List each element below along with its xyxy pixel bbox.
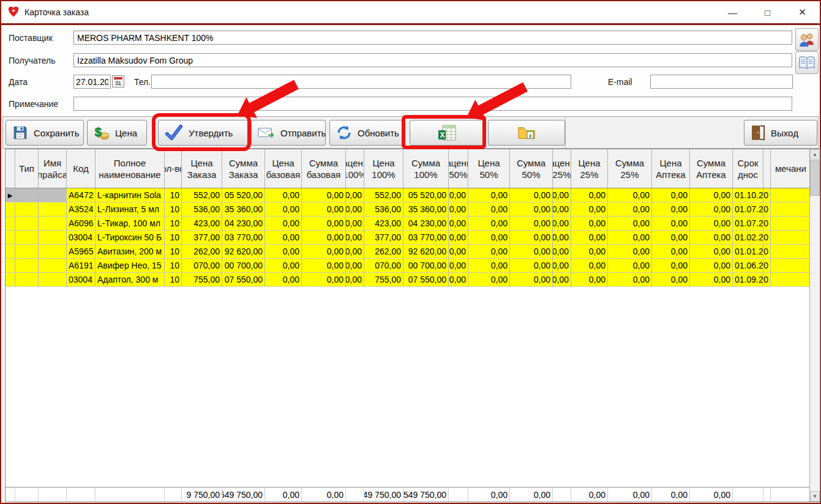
cell-summa-bazovaya[interactable]: 0,00	[302, 217, 346, 231]
cell-cena-zakaza[interactable]: 536,00	[182, 202, 222, 217]
cell-tip[interactable]	[15, 231, 39, 245]
minimize-button[interactable]: —	[715, 1, 750, 23]
cell-cena-apteka[interactable]: 0,00	[652, 245, 690, 259]
vertical-scrollbar[interactable]: ▲ ▼	[809, 149, 820, 502]
cell-nacenka-100[interactable]: 0,00	[346, 217, 364, 231]
cell-kod[interactable]: A6191	[67, 259, 96, 273]
column-header-cena-apteka[interactable]: ЦенаАптека	[652, 149, 690, 188]
table-row[interactable]: ▶A6472L-карнитин Sola10552,0005 520,000,…	[6, 188, 809, 202]
cell-nacenka-25[interactable]: 0,00	[553, 273, 571, 287]
cell-srok-godnosti[interactable]: 01.07.2	[733, 202, 763, 217]
cell-summa-apteka[interactable]: 0,00	[690, 259, 733, 273]
cell-cena-50[interactable]: 0,00	[468, 259, 510, 273]
cell-primechanie[interactable]	[771, 273, 809, 287]
close-button[interactable]: ✕	[785, 1, 820, 23]
cell-nacenka-50[interactable]: 0,00	[449, 259, 468, 273]
cell-nacenka-50[interactable]: 0,00	[449, 188, 468, 202]
column-header-cena-25[interactable]: Цена25%	[571, 149, 608, 188]
table-row[interactable]: 03004L-Тироксин 50 Б10377,0003 770,000,0…	[6, 231, 809, 245]
cell-nacenka-50[interactable]: 0,00	[449, 245, 468, 259]
cell-cena-25[interactable]: 0,00	[571, 202, 608, 217]
cell-summa-100[interactable]: 00 700,00	[403, 259, 449, 273]
cell-naimenovanie[interactable]: L-Тироксин 50 Б	[96, 231, 165, 245]
cell-summa-50[interactable]: 0,00	[510, 273, 553, 287]
cell-summa-50[interactable]: 0,00	[510, 231, 553, 245]
cell-cena-100[interactable]: 536,00	[364, 202, 403, 217]
cell-summa-25[interactable]: 0,00	[608, 273, 652, 287]
row-indicator[interactable]	[6, 259, 15, 273]
email-input[interactable]	[650, 75, 793, 89]
exit-button[interactable]: Выход	[744, 120, 817, 146]
cell-cena-50[interactable]: 0,00	[468, 202, 510, 217]
cell-col-x[interactable]: 0	[763, 202, 771, 217]
row-indicator[interactable]: ▶	[6, 188, 15, 202]
cell-nacenka-50[interactable]: 0,00	[449, 217, 468, 231]
cell-cena-25[interactable]: 0,00	[571, 231, 608, 245]
cell-srok-godnosti[interactable]: 01.06.2	[733, 259, 763, 273]
export-excel-button[interactable]: X	[410, 120, 484, 146]
cell-kod[interactable]: A3524	[67, 202, 96, 217]
cell-imya-praisa[interactable]	[39, 188, 67, 202]
cell-summa-25[interactable]: 0,00	[608, 202, 652, 217]
cell-primechanie[interactable]	[771, 202, 809, 217]
supplier-input[interactable]	[73, 31, 792, 45]
cell-summa-50[interactable]: 0,00	[510, 202, 553, 217]
refresh-button[interactable]: Обновить	[329, 120, 405, 146]
cell-cena-100[interactable]: 423,00	[364, 217, 403, 231]
cell-imya-praisa[interactable]	[39, 273, 67, 287]
cell-nacenka-25[interactable]: 0,00	[553, 231, 571, 245]
cell-summa-50[interactable]: 0,00	[510, 259, 553, 273]
column-header-summa-50[interactable]: Сумма50%	[510, 149, 553, 188]
row-indicator[interactable]	[6, 217, 15, 231]
cell-naimenovanie[interactable]: L-Лизинат, 5 мл	[96, 202, 165, 217]
calendar-button[interactable]: 31	[112, 75, 124, 87]
cell-kod[interactable]: A5965	[67, 245, 96, 259]
recipient-input[interactable]	[73, 53, 792, 67]
note-input[interactable]	[73, 97, 792, 111]
cell-kolichestvo[interactable]: 10	[165, 202, 182, 217]
column-header-srok-godnosti[interactable]: Срокднос	[733, 149, 763, 188]
cell-summa-zakaza[interactable]: 00 700,00	[222, 259, 265, 273]
cell-col-x[interactable]: 0	[763, 231, 771, 245]
cell-kod[interactable]: A6472	[67, 188, 96, 202]
catalog-button[interactable]	[795, 51, 819, 74]
cell-tip[interactable]	[15, 259, 39, 273]
cell-summa-bazovaya[interactable]: 0,00	[302, 188, 346, 202]
column-header-kod[interactable]: Код	[67, 149, 96, 188]
cell-cena-bazovaya[interactable]: 0,00	[265, 245, 302, 259]
cell-cena-zakaza[interactable]: 423,00	[182, 217, 222, 231]
table-row[interactable]: 03004Адаптол, 300 м10755,0007 550,000,00…	[6, 273, 809, 287]
cell-summa-apteka[interactable]: 0,00	[690, 217, 733, 231]
cell-summa-25[interactable]: 0,00	[608, 188, 652, 202]
cell-tip[interactable]	[15, 202, 39, 217]
cell-cena-50[interactable]: 0,00	[468, 245, 510, 259]
cell-col-x[interactable]: 0	[763, 217, 771, 231]
cell-srok-godnosti[interactable]: 01.01.2	[733, 245, 763, 259]
cell-nacenka-50[interactable]: 0,00	[449, 202, 468, 217]
table-row[interactable]: A6191Авифер Нео, 1510070,0000 700,000,00…	[6, 259, 809, 273]
cell-cena-50[interactable]: 0,00	[468, 217, 510, 231]
column-header-summa-100[interactable]: Сумма100%	[403, 149, 449, 188]
column-header-kolichestvo[interactable]: ол-во	[165, 149, 182, 188]
cell-cena-100[interactable]: 377,00	[364, 231, 403, 245]
cell-cena-25[interactable]: 0,00	[571, 245, 608, 259]
cell-summa-100[interactable]: 35 360,00	[403, 202, 449, 217]
cell-summa-apteka[interactable]: 0,00	[690, 188, 733, 202]
cell-summa-apteka[interactable]: 0,00	[690, 245, 733, 259]
column-header-col-x[interactable]	[763, 149, 771, 188]
cell-summa-100[interactable]: 03 770,00	[403, 231, 449, 245]
column-header-nacenka-25[interactable]: аценк25%	[553, 149, 571, 188]
price-button[interactable]: $ Цена	[87, 120, 147, 146]
cell-srok-godnosti[interactable]: 01.09.2	[733, 273, 763, 287]
cell-cena-100[interactable]: 552,00	[364, 188, 403, 202]
cell-nacenka-50[interactable]: 0,00	[449, 273, 468, 287]
table-row[interactable]: A5965Авитазин, 200 м10262,0092 620,000,0…	[6, 245, 809, 259]
cell-imya-praisa[interactable]	[39, 231, 67, 245]
cell-summa-zakaza[interactable]: 05 520,00	[222, 188, 265, 202]
cell-cena-apteka[interactable]: 0,00	[652, 259, 690, 273]
cell-kolichestvo[interactable]: 10	[165, 273, 182, 287]
cell-summa-apteka[interactable]: 0,00	[690, 273, 733, 287]
cell-summa-bazovaya[interactable]: 0,00	[302, 202, 346, 217]
column-header-naimenovanie[interactable]: Полноенаименование	[96, 149, 165, 188]
column-header-cena-bazovaya[interactable]: Ценабазовая	[265, 149, 302, 188]
